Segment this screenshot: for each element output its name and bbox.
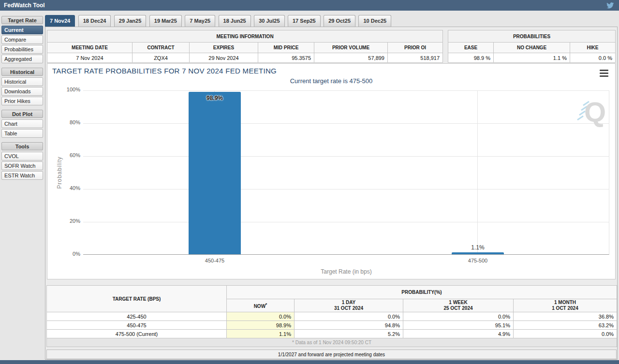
now-cell: 0.0% — [227, 312, 295, 321]
gridline — [83, 189, 609, 189]
sidebar-header-historical: Historical — [1, 68, 43, 76]
day-cell: 94.8% — [295, 321, 403, 330]
tab-17-sep25[interactable]: 17 Sep25 — [288, 15, 321, 27]
meeting-date-tabs: 7 Nov24 18 Dec24 29 Jan25 19 Mar25 7 May… — [45, 15, 392, 27]
bar-450-475: 98.9% — [189, 92, 241, 254]
rate-cell: 475-500 (Current) — [47, 330, 227, 338]
fedwatch-page: FedWatch Tool Target Rate Current Compar… — [0, 0, 619, 364]
col-now: NOW* — [227, 299, 295, 312]
twitter-icon[interactable] — [606, 1, 614, 9]
tab-7-may25[interactable]: 7 May25 — [185, 15, 215, 27]
sidebar-item-probabilities[interactable]: Probabilities — [1, 45, 43, 54]
probability-history-table: TARGET RATE (BPS) PROBABILITY(%) NOW* 1 … — [46, 285, 617, 347]
sidebar-item-chart[interactable]: Chart — [1, 119, 43, 128]
week-cell: 0.0% — [403, 312, 514, 321]
tab-10-dec25[interactable]: 10 Dec25 — [358, 15, 391, 27]
rate-cell: 425-450 — [47, 312, 227, 321]
sidebar-header-dot-plot: Dot Plot — [1, 110, 43, 118]
sidebar-group-historical: Historical Historical Downloads Prior Hi… — [1, 68, 43, 105]
target-rate-chart-panel: TARGET RATE PROBABILITIES FOR 7 NOV 2024… — [47, 63, 616, 279]
table-row-425-450: 425-450 0.0% 0.0% 0.0% 36.8% — [47, 312, 617, 321]
table-row-475-500: 475-500 (Current) 1.1% 5.2% 4.9% 0.0% — [47, 330, 617, 338]
now-cell: 98.9% — [227, 321, 295, 330]
tab-29-jan25[interactable]: 29 Jan25 — [114, 15, 146, 27]
sidebar-item-sofr-watch[interactable]: SOFR Watch — [1, 161, 43, 170]
y-axis-label: Probability — [56, 156, 63, 189]
x-axis-label: Target Rate (in bps) — [83, 268, 609, 275]
ease-value: 98.9 % — [448, 53, 494, 63]
bar-label-475-500: 1.1% — [452, 244, 504, 251]
tab-7-nov24[interactable]: 7 Nov24 — [45, 15, 75, 27]
probabilities-summary-table: PROBABILITIES EASE NO CHANGE HIKE 98.9 %… — [448, 30, 616, 63]
chart-subtitle: Current target rate is 475-500 — [47, 77, 615, 85]
data-as-of-note: * Data as of 1 Nov 2024 09:50:20 CT — [47, 338, 617, 347]
contract-value: ZQX4 — [133, 53, 190, 63]
meeting-date-value: 7 Nov 2024 — [47, 53, 133, 63]
sidebar-item-downloads[interactable]: Downloads — [1, 87, 43, 96]
month-cell: 36.8% — [514, 312, 617, 321]
month-cell: 0.0% — [514, 330, 617, 338]
sidebar-item-aggregated[interactable]: Aggregated — [1, 55, 43, 63]
col-ease: EASE — [448, 43, 494, 53]
col-probability-group: PROBABILITY(%) — [227, 286, 617, 299]
chart-title: TARGET RATE PROBABILITIES FOR 7 NOV 2024… — [52, 67, 277, 75]
ytick-60: 60% — [59, 152, 80, 158]
col-1-day: 1 DAY31 OCT 2024 — [295, 299, 403, 312]
prior-volume-value: 57,899 — [314, 53, 388, 63]
tab-19-mar25[interactable]: 19 Mar25 — [149, 15, 182, 27]
gridline — [83, 123, 609, 124]
day-cell: 5.2% — [295, 330, 403, 338]
sidebar: Target Rate Current Compare Probabilitie… — [1, 16, 43, 184]
app-header: FedWatch Tool — [0, 0, 619, 11]
svg-text:Q: Q — [584, 96, 606, 128]
sidebar-item-table[interactable]: Table — [1, 129, 43, 138]
tab-18-dec24[interactable]: 18 Dec24 — [78, 15, 111, 27]
app-title: FedWatch Tool — [4, 0, 45, 11]
col-contract: CONTRACT — [133, 43, 190, 53]
col-expires: EXPIRES — [190, 43, 258, 53]
ytick-0: 0% — [59, 251, 80, 257]
sidebar-group-target-rate: Target Rate Current Compare Probabilitie… — [1, 16, 43, 63]
tab-30-jul25[interactable]: 30 Jul25 — [254, 15, 284, 27]
table-footnote-row: * Data as of 1 Nov 2024 09:50:20 CT — [47, 338, 617, 347]
sidebar-header-target-rate: Target Rate — [1, 16, 43, 24]
col-no-change: NO CHANGE — [494, 43, 570, 53]
sidebar-group-dot-plot: Dot Plot Chart Table — [1, 110, 43, 138]
sidebar-item-estr-watch[interactable]: ESTR Watch — [1, 171, 43, 180]
gridline — [477, 90, 478, 254]
sidebar-item-current[interactable]: Current — [1, 26, 43, 34]
sidebar-item-compare[interactable]: Compare — [1, 35, 43, 44]
projected-dates-note: 1/1/2027 and forward are projected meeti… — [46, 349, 617, 359]
rate-cell: 450-475 — [47, 321, 227, 330]
ytick-40: 40% — [59, 185, 80, 191]
col-1-month: 1 MONTH1 OCT 2024 — [514, 299, 617, 312]
sidebar-item-historical[interactable]: Historical — [1, 77, 43, 86]
bar-label-450-475: 98.9% — [189, 95, 241, 102]
week-cell: 95.1% — [403, 321, 514, 330]
sidebar-item-prior-hikes[interactable]: Prior Hikes — [1, 97, 43, 105]
gridline — [83, 90, 609, 91]
prior-oi-value: 518,917 — [388, 53, 443, 63]
col-meeting-date: MEETING DATE — [47, 43, 133, 53]
tab-18-jun25[interactable]: 18 Jun25 — [219, 15, 251, 27]
tab-29-oct25[interactable]: 29 Oct25 — [324, 15, 355, 27]
gridline — [83, 156, 609, 157]
now-cell: 1.1% — [227, 330, 295, 338]
hike-value: 0.0 % — [570, 53, 616, 63]
category-label-450-475: 450-475 — [181, 258, 249, 263]
no-change-value: 1.1 % — [494, 53, 570, 63]
col-prior-oi: PRIOR OI — [388, 43, 443, 53]
category-label-475-500: 475-500 — [444, 258, 512, 263]
expires-value: 29 Nov 2024 — [190, 53, 258, 63]
mid-price-value: 95.3575 — [258, 53, 314, 63]
main-content: MEETING INFORMATION MEETING DATE CONTRAC… — [45, 27, 618, 360]
day-cell: 0.0% — [295, 312, 403, 321]
bar-475-500: 1.1% — [452, 252, 504, 254]
meeting-info-table: MEETING INFORMATION MEETING DATE CONTRAC… — [47, 30, 443, 63]
gridline — [83, 222, 609, 222]
sidebar-item-cvol[interactable]: CVOL — [1, 152, 43, 160]
col-target-rate-bps: TARGET RATE (BPS) — [47, 286, 227, 312]
col-mid-price: MID PRICE — [258, 43, 314, 53]
col-prior-volume: PRIOR VOLUME — [314, 43, 388, 53]
col-1-week: 1 WEEK25 OCT 2024 — [403, 299, 514, 312]
